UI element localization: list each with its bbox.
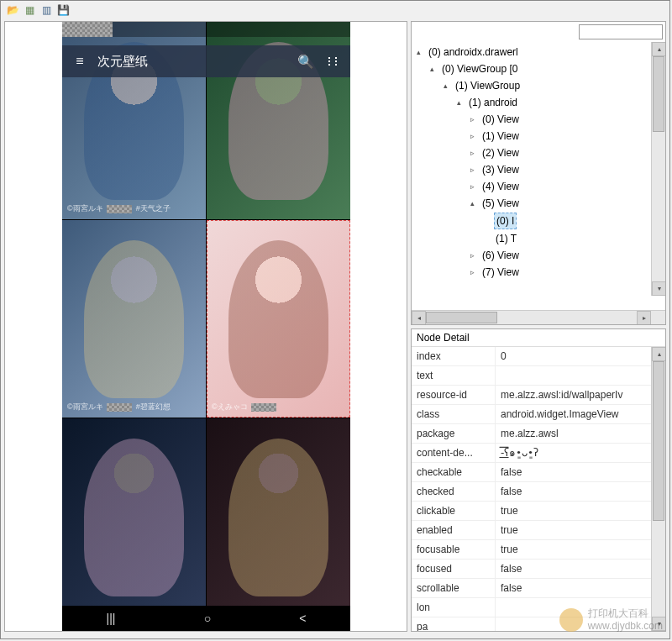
folder-open-icon[interactable]: 📂 xyxy=(6,3,19,17)
tree-item-label: (0) I xyxy=(494,213,517,229)
wallpaper-item[interactable]: ©雨宮ルキ #碧蓝幻想 xyxy=(62,220,206,418)
nav-home-icon[interactable]: ○ xyxy=(204,612,211,625)
wallpaper-item-selected[interactable]: ©えみゃコ xyxy=(207,220,350,418)
detail-value xyxy=(496,617,665,631)
detail-row[interactable]: packageme.alzz.awsl xyxy=(412,424,665,444)
tree-item-label: (0) View xyxy=(480,112,521,127)
tree-item-label: (0) androidx.drawerl xyxy=(427,45,520,60)
tree-item[interactable]: ▴(5) View xyxy=(412,195,665,212)
tree-item[interactable]: ▹(2) View xyxy=(412,144,665,161)
tree-item[interactable]: ▹(7) View xyxy=(412,264,665,281)
tree-item[interactable]: ▴(1) android xyxy=(412,94,665,111)
tree-item[interactable]: (1) T xyxy=(412,230,665,247)
tree-toggle-icon[interactable]: ▹ xyxy=(470,179,479,194)
tree-search-input[interactable] xyxy=(579,24,663,39)
tree-toggle-icon[interactable]: ▹ xyxy=(470,248,479,263)
scroll-up-icon[interactable]: ▴ xyxy=(652,347,665,361)
tree-vertical-scrollbar[interactable]: ▴ ▾ xyxy=(651,42,665,296)
detail-value xyxy=(496,598,665,617)
detail-key: content-de... xyxy=(412,444,496,462)
tree-toggle-icon[interactable]: ▹ xyxy=(470,112,479,127)
tree-item-label: (5) View xyxy=(480,196,521,211)
detail-key: lon xyxy=(412,598,496,617)
detail-row[interactable]: checkablefalse xyxy=(412,463,665,482)
detail-key: index xyxy=(412,347,496,365)
detail-value: 0 xyxy=(496,347,665,365)
save-icon[interactable]: 💾 xyxy=(56,3,70,17)
tree-item[interactable]: (0) I xyxy=(412,212,665,230)
device-screen[interactable]: ≡ 次元壁纸 🔍 ⫶⫶ ©雨宮ルキ #天气之子 xyxy=(62,22,350,631)
detail-row[interactable]: clickabletrue xyxy=(412,502,665,521)
detail-key: clickable xyxy=(412,502,496,520)
tree-item[interactable]: ▴(0) androidx.drawerl xyxy=(412,44,665,60)
detail-key: checkable xyxy=(412,463,496,481)
wallpaper-caption: ©雨宮ルキ #天气之子 xyxy=(67,203,171,214)
device2-icon[interactable]: ▥ xyxy=(39,3,53,17)
tree-item[interactable]: ▹(3) View xyxy=(412,161,665,178)
detail-value: true xyxy=(496,521,665,539)
tree-toggle-icon[interactable]: ▴ xyxy=(457,95,465,110)
detail-row[interactable]: focusedfalse xyxy=(412,560,665,579)
detail-key: focusable xyxy=(412,540,496,559)
tree-item[interactable]: ▹(1) View xyxy=(412,128,665,144)
tree-item[interactable]: ▴(0) ViewGroup [0 xyxy=(412,60,665,77)
scroll-thumb[interactable] xyxy=(653,361,664,521)
detail-row[interactable]: enabledtrue xyxy=(412,521,665,540)
detail-row[interactable]: lon xyxy=(412,598,665,617)
tree-item-label: (2) View xyxy=(480,145,521,160)
detail-key: scrollable xyxy=(412,579,496,597)
wallpaper-item[interactable] xyxy=(62,418,206,606)
tree-item[interactable]: ▹(0) View xyxy=(412,111,665,128)
detail-key: checked xyxy=(412,482,496,501)
wallpaper-item[interactable] xyxy=(207,418,350,606)
detail-row[interactable]: checkedfalse xyxy=(412,482,665,502)
detail-value: false xyxy=(496,579,665,597)
detail-row[interactable]: content-de...-͟͟͞͞ʕ๑•͈ᴗ•͈ʔ xyxy=(412,444,665,463)
tree-item[interactable]: ▹(6) View xyxy=(412,247,665,264)
content-area: ≡ 次元壁纸 🔍 ⫶⫶ ©雨宮ルキ #天气之子 xyxy=(1,19,669,635)
tree-toggle-icon[interactable]: ▴ xyxy=(417,45,425,60)
nav-bar: ||| ○ < xyxy=(62,606,350,631)
sort-icon[interactable]: ⫶⫶ xyxy=(323,54,342,69)
tree-body[interactable]: ▴(0) androidx.drawerl▴(0) ViewGroup [0▴(… xyxy=(412,42,665,310)
detail-value: me.alzz.awsl:id/wallpaperIv xyxy=(496,386,665,404)
scroll-right-icon[interactable]: ▸ xyxy=(637,311,651,325)
detail-key: class xyxy=(412,405,496,423)
detail-value: true xyxy=(496,502,665,520)
tree-toggle-icon[interactable]: ▹ xyxy=(470,145,479,160)
scroll-down-icon[interactable]: ▾ xyxy=(652,617,665,631)
status-bar xyxy=(62,22,350,37)
nav-back-icon[interactable]: < xyxy=(299,612,306,625)
scroll-thumb[interactable] xyxy=(653,56,664,132)
tree-toggle-icon[interactable]: ▴ xyxy=(444,78,452,93)
tree-item-label: (1) T xyxy=(494,231,518,246)
tree-item-label: (3) View xyxy=(480,162,521,177)
detail-row[interactable]: focusabletrue xyxy=(412,540,665,560)
tree-item-label: (7) View xyxy=(480,265,521,280)
detail-row[interactable]: resource-idme.alzz.awsl:id/wallpaperIv xyxy=(412,386,665,405)
detail-row[interactable]: text xyxy=(412,366,665,386)
search-icon[interactable]: 🔍 xyxy=(297,54,315,70)
tree-toggle-icon[interactable]: ▹ xyxy=(470,129,479,144)
tree-toggle-icon[interactable]: ▴ xyxy=(470,196,479,211)
tree-toggle-icon[interactable]: ▹ xyxy=(470,162,479,177)
app-title: 次元壁纸 xyxy=(97,54,297,70)
detail-row[interactable]: index0 xyxy=(412,347,665,366)
scroll-left-icon[interactable]: ◂ xyxy=(412,311,426,325)
scroll-thumb[interactable] xyxy=(426,312,497,323)
detail-key: enabled xyxy=(412,521,496,539)
scroll-up-icon[interactable]: ▴ xyxy=(652,42,665,56)
nav-recent-icon[interactable]: ||| xyxy=(107,612,116,625)
detail-vertical-scrollbar[interactable]: ▴ ▾ xyxy=(651,347,665,631)
detail-row[interactable]: pa xyxy=(412,617,665,631)
tree-item[interactable]: ▴(1) ViewGroup xyxy=(412,77,665,94)
menu-icon[interactable]: ≡ xyxy=(71,54,89,69)
tree-toggle-icon[interactable]: ▴ xyxy=(430,61,438,76)
tree-toggle-icon[interactable]: ▹ xyxy=(470,265,479,280)
scroll-down-icon[interactable]: ▾ xyxy=(652,281,665,296)
device-icon[interactable]: ▦ xyxy=(23,3,36,17)
tree-item[interactable]: ▹(4) View xyxy=(412,178,665,195)
tree-horizontal-scrollbar[interactable]: ◂ ▸ xyxy=(412,310,665,324)
detail-row[interactable]: classandroid.widget.ImageView xyxy=(412,405,665,424)
detail-row[interactable]: scrollablefalse xyxy=(412,579,665,598)
